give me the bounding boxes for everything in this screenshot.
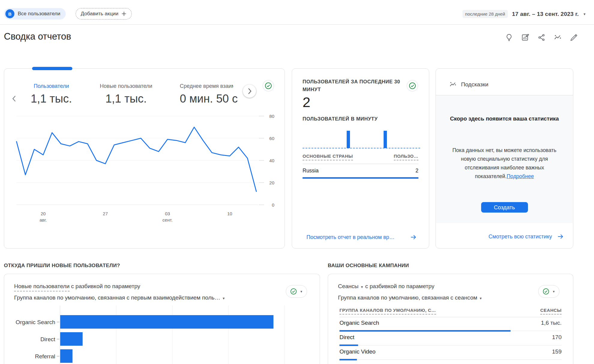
- y-axis-label: 80: [269, 114, 274, 119]
- insights-sparkline-icon: [449, 81, 457, 88]
- new-users-bar-chart: Organic SearchDirectReferral: [4, 274, 320, 364]
- add-comparison-label: Добавить акции: [81, 11, 118, 17]
- country-cell: Russia: [303, 168, 319, 174]
- country-users-cell: 2: [415, 168, 418, 174]
- table-row: Organic Search1,6 тыс.: [339, 318, 562, 333]
- category-label: Organic Search: [16, 319, 55, 325]
- lightbulb-icon[interactable]: [505, 33, 513, 42]
- view-all-insights-link[interactable]: Смотреть всю статистику: [489, 233, 564, 240]
- audience-chip[interactable]: B Все пользователи: [4, 8, 66, 19]
- caret-down-icon: ▼: [552, 290, 555, 293]
- metric-selector[interactable]: Сеансы▼: [338, 283, 363, 289]
- arrow-right-icon: [557, 233, 564, 240]
- sessions-column-header[interactable]: СЕАНСЫ: [540, 308, 562, 313]
- channel-bar: [60, 332, 83, 346]
- minute-bar: [347, 131, 350, 148]
- realtime-card: ПОЛЬЗОВАТЕЛЕЙ ЗА ПОСЛЕДНИЕ 30 МИНУТ 2 ПО…: [292, 68, 429, 249]
- campaigns-card-title: Сеансы▼ с разбивкой по параметру: [338, 283, 434, 290]
- table-row: Direct170: [339, 333, 562, 347]
- users-per-minute-chart: [303, 127, 420, 148]
- arrow-right-icon: [410, 234, 417, 241]
- insights-description: Пока данных нет, вы можете использовать …: [448, 146, 560, 181]
- customize-chart-icon[interactable]: [521, 33, 529, 42]
- date-range-picker[interactable]: последние 28 дней 17 авг. – 13 сент. 202…: [463, 10, 586, 18]
- insights-headline: Скоро здесь появится ваша статистика: [448, 114, 561, 123]
- view-realtime-report-label: Посмотреть отчет в реальном вр…: [306, 234, 395, 240]
- sessions-cell: 1,6 тыс.: [541, 320, 562, 326]
- add-comparison-button[interactable]: Добавить акции: [76, 8, 132, 19]
- x-axis-label: 10: [227, 211, 232, 216]
- users-per-minute-label: ПОЛЬЗОВАТЕЛЕЙ В МИНУТУ: [303, 116, 378, 122]
- countries-column-header[interactable]: ОСНОВНЫЕ СТРАНЫ: [303, 154, 353, 159]
- channel-bar: [60, 349, 73, 363]
- row-bar: [339, 359, 357, 360]
- data-quality-badge[interactable]: ▼: [538, 285, 559, 298]
- category-label: Direct: [40, 336, 55, 342]
- y-axis-label: 60: [269, 136, 274, 141]
- dimension-selector[interactable]: Группа каналов по умолчанию, связанная с…: [338, 294, 482, 301]
- channel-cell: Organic Search: [339, 320, 379, 326]
- report-toolbar: [505, 33, 578, 42]
- header-divider: [0, 24, 594, 25]
- page-title: Сводка отчетов: [4, 31, 71, 42]
- create-insight-button[interactable]: Создать: [481, 202, 528, 213]
- sessions-cell: 170: [552, 334, 562, 341]
- row-bar-track: [339, 345, 562, 345]
- caret-down-icon: ▼: [479, 297, 482, 300]
- new-users-card: Новые пользователи с разбивкой по параме…: [4, 274, 320, 364]
- table-row: Organic Video159: [339, 347, 562, 362]
- insights-sparkline-icon[interactable]: [553, 33, 562, 42]
- view-all-insights-label: Смотреть всю статистику: [489, 234, 552, 240]
- key-metrics-card: Пользователи 1,1 тыс. Новые пользователи…: [4, 68, 285, 249]
- edit-pencil-icon[interactable]: [570, 33, 578, 42]
- channel-cell: Organic Video: [339, 348, 375, 355]
- country-bar: [303, 177, 418, 179]
- new-users-section-heading: ОТКУДА ПРИШЛИ НОВЫЕ ПОЛЬЗОВАТЕЛИ?: [4, 263, 120, 269]
- campaigns-table-body: Organic Search1,6 тыс.Direct170Organic V…: [339, 318, 562, 362]
- x-axis-label: 03сент.: [162, 211, 173, 222]
- table-divider: [339, 317, 562, 317]
- y-axis-label: 0: [272, 202, 274, 207]
- caret-down-icon: ▼: [360, 285, 364, 289]
- users-column-header[interactable]: ПОЛЬЗО…: [394, 154, 418, 159]
- view-realtime-report-link[interactable]: Посмотреть отчет в реальном вр…: [306, 234, 417, 241]
- analytics-snapshot-page: B Все пользователи Добавить акции послед…: [0, 0, 594, 364]
- realtime-title: ПОЛЬЗОВАТЕЛЕЙ ЗА ПОСЛЕДНИЕ 30 МИНУТ: [303, 78, 402, 93]
- row-bar: [339, 345, 358, 346]
- dashed-baseline: [303, 148, 420, 148]
- country-bar-track: [303, 177, 418, 179]
- audience-chip-label: Все пользователи: [18, 11, 60, 17]
- share-icon[interactable]: [537, 33, 546, 42]
- users-series-line: [17, 127, 256, 192]
- row-bar-track: [339, 360, 562, 360]
- campaigns-section-heading: ВАШИ ОСНОВНЫЕ КАМПАНИИ: [328, 263, 409, 269]
- channel-cell: Direct: [339, 334, 354, 341]
- channel-bar: [60, 315, 274, 329]
- row-bar: [339, 330, 511, 332]
- y-axis-label: 40: [269, 158, 274, 163]
- date-range-badge: последние 28 дней: [463, 10, 508, 18]
- category-label: Referral: [35, 353, 55, 360]
- caret-down-icon: ▼: [583, 12, 586, 16]
- campaigns-card: Сеансы▼ с разбивкой по параметру Группа …: [328, 274, 573, 364]
- insights-card: Подсказки Скоро здесь появится ваша стат…: [436, 68, 573, 249]
- x-axis-label: 20авг.: [40, 211, 47, 222]
- y-axis-label: 20: [269, 180, 274, 185]
- date-range-text: 17 авг. – 13 сент. 2023 г.: [512, 11, 579, 17]
- sessions-cell: 159: [552, 348, 562, 355]
- users-line-chart: 80604020020авг.2703сент.10: [4, 69, 285, 249]
- insights-title: Подсказки: [461, 81, 488, 88]
- minute-bar: [384, 131, 387, 148]
- table-divider: [303, 164, 418, 164]
- channel-column-header[interactable]: ГРУППА КАНАЛОВ ПО УМОЛЧАНИЮ, С…: [339, 308, 436, 313]
- x-axis-label: 27: [103, 211, 108, 216]
- plus-icon: [121, 11, 127, 16]
- realtime-users-count: 2: [303, 94, 310, 110]
- check-circle-icon: [542, 288, 550, 295]
- check-circle-icon: [409, 82, 416, 90]
- learn-more-link[interactable]: Подробнее: [507, 173, 534, 179]
- data-quality-badge[interactable]: [407, 80, 418, 91]
- avatar: B: [5, 9, 14, 18]
